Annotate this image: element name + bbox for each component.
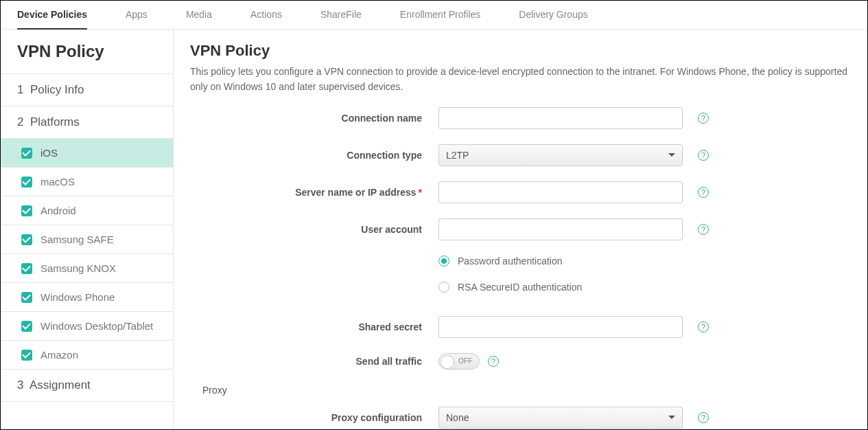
platform-label: Windows Phone (40, 291, 115, 303)
platform-label: Windows Desktop/Tablet (40, 320, 153, 332)
step-num: 2 (17, 115, 23, 128)
checkbox-icon[interactable] (21, 234, 32, 245)
row-auth-rsa: RSA SecureID authentication (190, 282, 867, 293)
control-connection-name (438, 107, 683, 129)
connection-name-input[interactable] (438, 107, 683, 129)
platform-samsung-knox[interactable]: Samsung KNOX (1, 254, 173, 283)
select-value: L2TP (446, 150, 469, 161)
platform-amazon[interactable]: Amazon (1, 341, 173, 370)
platform-label: iOS (40, 147, 58, 159)
label-server: Server name or IP address* (190, 187, 438, 198)
help-icon[interactable]: ? (698, 150, 709, 161)
platform-android[interactable]: Android (1, 196, 173, 225)
platform-samsung-safe[interactable]: Samsung SAFE (1, 225, 173, 254)
platform-label: Samsung SAFE (40, 234, 114, 245)
step-label: Platforms (30, 115, 80, 128)
label-shared-secret: Shared secret (190, 321, 438, 332)
app-frame: Device Policies Apps Media Actions Share… (0, 0, 868, 430)
checkbox-icon[interactable] (21, 350, 32, 361)
step-policy-info[interactable]: 1 Policy Info (1, 73, 173, 106)
help-icon[interactable]: ? (698, 113, 709, 124)
step-label: Assignment (30, 378, 91, 392)
sidebar: VPN Policy 1 Policy Info 2 Platforms iOS… (1, 30, 174, 429)
row-connection-type: Connection type L2TP ? (190, 144, 867, 166)
row-connection-name: Connection name ? (190, 107, 867, 129)
user-account-input[interactable] (438, 218, 683, 240)
page-title: VPN Policy (190, 42, 867, 60)
radio-label: RSA SecureID authentication (458, 282, 582, 293)
checkbox-icon[interactable] (21, 263, 32, 274)
tab-sharefile[interactable]: ShareFile (320, 1, 362, 30)
step-num: 3 (17, 378, 23, 392)
label-text: Server name or IP address (295, 187, 416, 198)
server-input[interactable] (438, 181, 683, 203)
row-send-all: Send all traffic OFF ? (190, 353, 867, 370)
checkbox-icon[interactable] (21, 148, 32, 159)
shared-secret-input[interactable] (438, 316, 683, 338)
platform-ios[interactable]: iOS (1, 139, 173, 168)
proxy-config-select[interactable]: None (438, 407, 683, 429)
top-tabs: Device Policies Apps Media Actions Share… (1, 1, 867, 30)
radio-rsa-auth[interactable] (438, 282, 449, 293)
row-proxy-config: Proxy configuration None ? (190, 407, 867, 429)
step-num: 1 (17, 83, 23, 96)
label-send-all: Send all traffic (190, 356, 438, 367)
tab-delivery-groups[interactable]: Delivery Groups (519, 1, 587, 30)
main-content: VPN Policy This policy lets you configur… (174, 30, 867, 429)
sidebar-title: VPN Policy (1, 30, 173, 73)
tab-apps[interactable]: Apps (126, 1, 148, 30)
help-icon[interactable]: ? (698, 412, 709, 423)
help-icon[interactable]: ? (698, 321, 709, 332)
tab-device-policies[interactable]: Device Policies (17, 1, 87, 30)
connection-type-select[interactable]: L2TP (438, 144, 683, 166)
help-icon[interactable]: ? (698, 224, 709, 235)
platform-label: Amazon (40, 349, 78, 361)
help-icon[interactable]: ? (488, 356, 499, 367)
row-auth-password: Password authentication (190, 256, 867, 267)
send-all-toggle[interactable]: OFF (438, 353, 480, 370)
platform-windows-desktop[interactable]: Windows Desktop/Tablet (1, 312, 173, 341)
platform-macos[interactable]: macOS (1, 168, 173, 196)
radio-password-auth[interactable] (438, 256, 449, 267)
platform-label: Android (40, 205, 76, 216)
tab-enrollment-profiles[interactable]: Enrollment Profiles (400, 1, 481, 30)
help-icon[interactable]: ? (698, 187, 709, 198)
platform-windows-phone[interactable]: Windows Phone (1, 283, 173, 312)
step-platforms[interactable]: 2 Platforms (1, 106, 173, 139)
checkbox-icon[interactable] (21, 292, 32, 303)
label-connection-name: Connection name (190, 113, 438, 124)
step-assignment[interactable]: 3 Assignment (1, 370, 173, 402)
step-label: Policy Info (30, 83, 84, 96)
required-marker: * (419, 187, 422, 198)
tab-actions[interactable]: Actions (250, 1, 282, 30)
tab-media[interactable]: Media (186, 1, 212, 30)
radio-label: Password authentication (458, 256, 563, 267)
label-connection-type: Connection type (190, 150, 438, 161)
checkbox-icon[interactable] (21, 321, 32, 332)
select-value: None (446, 412, 469, 423)
chevron-down-icon (668, 153, 675, 157)
platform-label: macOS (40, 176, 75, 188)
row-user-account: User account ? (190, 218, 867, 240)
chevron-down-icon (668, 416, 675, 419)
checkbox-icon[interactable] (21, 177, 32, 188)
row-server: Server name or IP address* ? (190, 181, 867, 203)
toggle-value: OFF (458, 357, 472, 365)
label-proxy-config: Proxy configuration (190, 412, 438, 423)
platform-label: Samsung KNOX (40, 262, 116, 274)
section-proxy: Proxy (202, 385, 867, 396)
row-shared-secret: Shared secret ? (190, 316, 867, 338)
label-user-account: User account (190, 224, 438, 235)
checkbox-icon[interactable] (21, 205, 32, 216)
page-description: This policy lets you configure a VPN con… (190, 64, 856, 95)
